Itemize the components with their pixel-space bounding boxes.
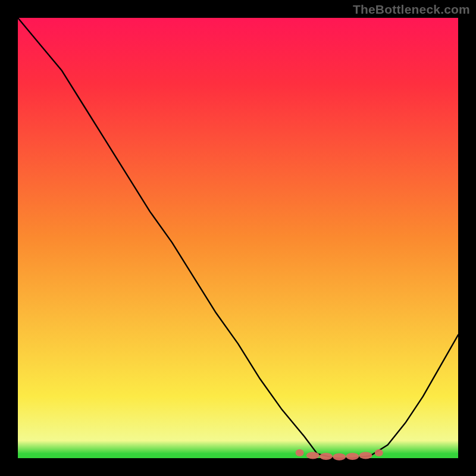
- optimum-marker: [296, 449, 304, 456]
- optimum-marker: [333, 453, 346, 461]
- optimum-marker: [375, 449, 383, 456]
- watermark-text: TheBottleneck.com: [353, 2, 470, 17]
- bottleneck-chart: [0, 0, 476, 476]
- optimum-marker: [346, 453, 359, 460]
- optimum-marker: [306, 452, 320, 459]
- optimum-marker: [320, 453, 333, 460]
- plot-background: [18, 18, 458, 458]
- optimum-marker: [359, 452, 372, 459]
